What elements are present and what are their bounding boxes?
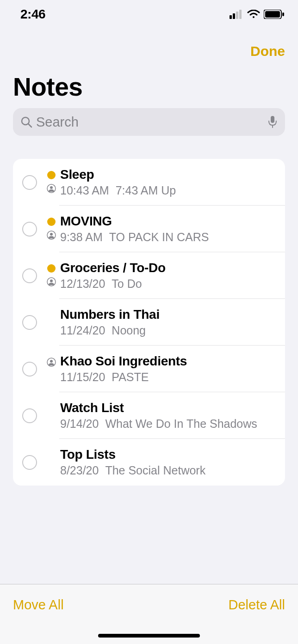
note-content: Sleep10:43 AM7:43 AM Up (60, 167, 285, 197)
svg-rect-1 (233, 13, 235, 19)
home-indicator[interactable] (98, 634, 200, 638)
move-all-button[interactable]: Move All (13, 597, 64, 613)
selection-circle[interactable] (22, 175, 37, 190)
search-icon (20, 116, 32, 128)
note-item[interactable]: Khao Soi Ingredients11/15/20PASTE (13, 346, 285, 392)
note-preview: To Do (112, 277, 142, 291)
svg-rect-6 (282, 12, 284, 16)
note-preview: Noong (112, 324, 146, 337)
note-meta: 11/15/20PASTE (60, 371, 285, 384)
note-timestamp: 9:38 AM (60, 231, 103, 244)
selection-circle[interactable] (22, 222, 37, 237)
shared-person-icon (47, 184, 56, 193)
note-content: Numbers in Thai11/24/20Noong (60, 307, 285, 337)
note-title: MOVING (60, 214, 285, 229)
status-bar: 2:46 (0, 0, 298, 25)
nav-bar: Done (0, 25, 298, 59)
note-item[interactable]: Numbers in Thai11/24/20Noong (13, 299, 285, 346)
note-indicators (45, 167, 57, 193)
svg-rect-2 (236, 12, 238, 19)
notes-list: Sleep10:43 AM7:43 AM UpMOVING9:38 AMTO P… (13, 159, 285, 486)
note-meta: 9/14/20What We Do In The Shadows (60, 417, 285, 431)
status-time: 2:46 (20, 7, 45, 22)
note-item[interactable]: Groceries / To-Do12/13/20To Do (13, 252, 285, 299)
note-timestamp: 11/24/20 (60, 324, 105, 337)
svg-point-12 (50, 186, 53, 189)
svg-rect-3 (239, 10, 242, 19)
note-timestamp: 12/13/20 (60, 277, 105, 291)
note-indicators (45, 401, 57, 404)
svg-point-14 (50, 233, 53, 236)
svg-point-18 (50, 360, 53, 363)
svg-line-8 (28, 124, 31, 127)
note-meta: 9:38 AMTO PACK IN CARS (60, 231, 285, 244)
note-indicators (45, 307, 57, 311)
svg-rect-9 (271, 116, 274, 123)
note-meta: 12/13/20To Do (60, 277, 285, 291)
selection-circle[interactable] (22, 408, 37, 423)
note-timestamp: 8/23/20 (60, 464, 99, 477)
note-title: Numbers in Thai (60, 307, 285, 322)
note-item[interactable]: Top Lists8/23/20The Social Network (13, 439, 285, 486)
note-meta: 8/23/20The Social Network (60, 464, 285, 477)
selection-circle[interactable] (22, 455, 37, 470)
note-item[interactable]: Sleep10:43 AM7:43 AM Up (13, 159, 285, 206)
shared-person-icon (47, 277, 56, 286)
svg-rect-5 (265, 11, 280, 18)
note-content: Top Lists8/23/20The Social Network (60, 447, 285, 477)
svg-point-16 (50, 279, 53, 282)
shared-person-icon (47, 231, 56, 240)
note-meta: 10:43 AM7:43 AM Up (60, 184, 285, 197)
note-indicators (45, 261, 57, 286)
note-title: Khao Soi Ingredients (60, 354, 285, 369)
note-item[interactable]: Watch List9/14/20What We Do In The Shado… (13, 392, 285, 439)
note-preview: 7:43 AM Up (116, 184, 176, 197)
unread-dot-icon (47, 264, 56, 273)
selection-circle[interactable] (22, 268, 37, 283)
note-content: MOVING9:38 AMTO PACK IN CARS (60, 214, 285, 244)
unread-dot-icon (47, 218, 56, 226)
note-preview: The Social Network (105, 464, 205, 477)
svg-rect-0 (230, 15, 232, 19)
note-indicators (45, 447, 57, 451)
note-title: Watch List (60, 401, 285, 415)
note-indicators (45, 214, 57, 240)
delete-all-button[interactable]: Delete All (228, 597, 285, 613)
search-field[interactable] (13, 108, 285, 136)
shared-person-icon (47, 358, 56, 367)
note-title: Top Lists (60, 447, 285, 462)
note-title: Sleep (60, 167, 285, 182)
note-preview: PASTE (112, 371, 149, 384)
note-timestamp: 9/14/20 (60, 417, 99, 431)
unread-dot-icon (47, 171, 56, 179)
search-input[interactable] (36, 115, 264, 130)
wifi-icon (247, 10, 260, 19)
note-meta: 11/24/20Noong (60, 324, 285, 337)
note-timestamp: 10:43 AM (60, 184, 109, 197)
microphone-icon[interactable] (267, 115, 278, 128)
note-content: Groceries / To-Do12/13/20To Do (60, 261, 285, 291)
done-button[interactable]: Done (250, 43, 285, 59)
note-content: Watch List9/14/20What We Do In The Shado… (60, 401, 285, 431)
note-content: Khao Soi Ingredients11/15/20PASTE (60, 354, 285, 384)
note-indicators (45, 354, 57, 367)
status-icons (230, 10, 284, 19)
note-preview: TO PACK IN CARS (109, 231, 209, 244)
note-item[interactable]: MOVING9:38 AMTO PACK IN CARS (13, 206, 285, 252)
selection-circle[interactable] (22, 315, 37, 330)
note-timestamp: 11/15/20 (60, 371, 105, 384)
page-title: Notes (0, 59, 298, 108)
note-title: Groceries / To-Do (60, 261, 285, 275)
note-preview: What We Do In The Shadows (105, 417, 257, 431)
cellular-icon (230, 10, 243, 19)
battery-icon (264, 10, 284, 19)
selection-circle[interactable] (22, 362, 37, 377)
